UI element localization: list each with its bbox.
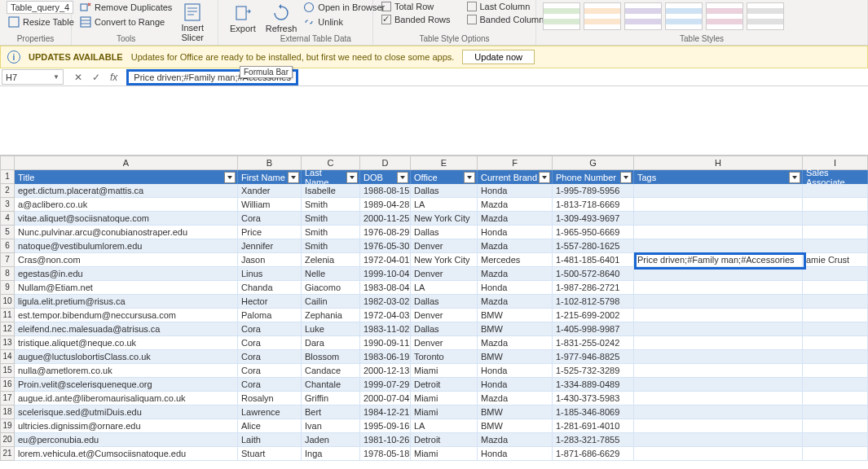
cell[interactable]: 1981-10-26 [360, 433, 411, 447]
cell[interactable]: Mazda [478, 212, 553, 226]
cell[interactable] [803, 309, 868, 322]
cell[interactable]: 1-430-373-5983 [553, 392, 634, 405]
cell[interactable]: 1976-05-30 [360, 239, 411, 253]
cell[interactable]: 1-281-691-4010 [553, 419, 634, 433]
cell[interactable]: Cora [238, 336, 302, 350]
cell[interactable]: William [238, 198, 302, 212]
cell[interactable]: Cora [238, 322, 302, 336]
cell[interactable] [634, 336, 803, 350]
cell[interactable]: Linus [238, 267, 302, 281]
cell[interactable]: 1999-07-29 [360, 378, 411, 392]
row-header[interactable]: 4 [0, 212, 15, 226]
cell[interactable] [634, 226, 803, 239]
cell[interactable]: Xander [238, 184, 302, 198]
cell[interactable]: Ivan [302, 419, 360, 433]
cell[interactable]: Price driven;#Family man;#Accessories [634, 253, 803, 267]
table-column-header[interactable]: Phone Number [553, 170, 634, 184]
row-header[interactable]: 12 [0, 322, 15, 336]
filter-dropdown-icon[interactable] [397, 172, 408, 183]
row-header[interactable]: 16 [0, 378, 15, 392]
table-style-swatch[interactable] [706, 2, 743, 30]
cell[interactable]: 1-987-286-2721 [553, 281, 634, 295]
cell[interactable]: Honda [478, 281, 553, 295]
table-column-header[interactable]: Current Brand [478, 170, 553, 184]
cell[interactable]: scelerisque.sed@utmiDuis.edu [15, 405, 238, 419]
cell[interactable] [634, 392, 803, 405]
cell[interactable] [803, 281, 868, 295]
cell[interactable] [634, 322, 803, 336]
filter-dropdown-icon[interactable] [620, 172, 632, 183]
cell[interactable]: Mazda [478, 392, 553, 405]
cell[interactable] [803, 322, 868, 336]
cell[interactable] [634, 212, 803, 226]
table-style-swatch[interactable] [665, 2, 703, 30]
cell[interactable]: eget.dictum.placerat@mattis.ca [15, 184, 238, 198]
table-column-header[interactable]: Sales Associate [803, 170, 868, 184]
cell[interactable]: LA [411, 419, 478, 433]
cell[interactable]: 2000-12-13 [360, 364, 411, 378]
cell[interactable]: Candace [302, 364, 360, 378]
table-name-input[interactable]: Table_query_4 [7, 1, 73, 14]
select-all-corner[interactable] [0, 156, 15, 170]
column-header[interactable]: G [553, 156, 634, 170]
cell[interactable] [634, 350, 803, 364]
row-header[interactable]: 17 [0, 392, 15, 405]
cell[interactable]: 2000-11-25 [360, 212, 411, 226]
cell[interactable]: 1972-04-01 [360, 253, 411, 267]
cell[interactable]: Hector [238, 295, 302, 309]
column-header[interactable]: E [411, 156, 478, 170]
cell[interactable]: Miami [411, 392, 478, 405]
table-column-header[interactable]: Title [15, 170, 238, 184]
cell[interactable]: egestas@in.edu [15, 267, 238, 281]
filter-dropdown-icon[interactable] [464, 172, 475, 183]
cell[interactable]: 1972-04-03 [360, 309, 411, 322]
cell[interactable]: Cailin [302, 295, 360, 309]
cell[interactable]: Nelle [302, 267, 360, 281]
cell[interactable] [634, 433, 803, 447]
cell[interactable]: Dallas [411, 184, 478, 198]
cell[interactable]: 2000-07-04 [360, 392, 411, 405]
row-header[interactable]: 14 [0, 350, 15, 364]
cell[interactable]: eu@perconubia.edu [15, 433, 238, 447]
cell[interactable]: Dallas [411, 322, 478, 336]
row-header[interactable]: 13 [0, 336, 15, 350]
cell[interactable] [634, 447, 803, 461]
cell[interactable]: BMW [478, 322, 553, 336]
cell[interactable]: 1-334-889-0489 [553, 378, 634, 392]
cell[interactable] [803, 378, 868, 392]
cell[interactable]: 1982-03-02 [360, 295, 411, 309]
cell[interactable]: 1-283-321-7855 [553, 433, 634, 447]
cancel-formula-button[interactable]: ✕ [72, 70, 85, 85]
cell[interactable]: LA [411, 281, 478, 295]
cell[interactable]: Jennifer [238, 239, 302, 253]
cell[interactable]: ligula.elit.pretium@risus.ca [15, 295, 238, 309]
cell[interactable] [634, 378, 803, 392]
name-box[interactable]: H7 ▼ [2, 69, 64, 85]
cell[interactable]: Inga [302, 447, 360, 461]
cell[interactable]: 1-557-280-1625 [553, 239, 634, 253]
cell[interactable]: Honda [478, 364, 553, 378]
cell[interactable]: 1976-08-29 [360, 226, 411, 239]
cell[interactable]: natoque@vestibulumlorem.edu [15, 239, 238, 253]
column-header[interactable]: H [634, 156, 803, 170]
row-header[interactable]: 7 [0, 253, 15, 267]
cell[interactable]: Chanda [238, 281, 302, 295]
cell[interactable] [803, 295, 868, 309]
cell[interactable] [634, 419, 803, 433]
row-header[interactable]: 2 [0, 184, 15, 198]
row-header[interactable]: 3 [0, 198, 15, 212]
table-column-header[interactable]: Tags [634, 170, 803, 184]
cell[interactable]: Cora [238, 364, 302, 378]
cell[interactable]: Luke [302, 322, 360, 336]
cell[interactable]: Zephania [302, 309, 360, 322]
cell[interactable]: nulla@ametlorem.co.uk [15, 364, 238, 378]
cell[interactable]: New York City [411, 253, 478, 267]
cell[interactable]: BMW [478, 309, 553, 322]
cell[interactable]: 1989-04-28 [360, 198, 411, 212]
row-header[interactable]: 11 [0, 309, 15, 322]
cell[interactable]: 1-309-493-9697 [553, 212, 634, 226]
cell[interactable]: 1-813-718-6669 [553, 198, 634, 212]
cell[interactable]: Jaden [302, 433, 360, 447]
cell[interactable]: Smith [302, 239, 360, 253]
cell[interactable] [803, 239, 868, 253]
